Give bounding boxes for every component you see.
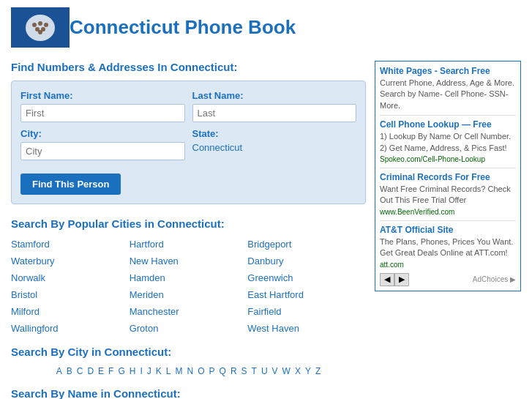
city-link[interactable]: Groton — [130, 321, 248, 335]
city-link[interactable]: East Hartford — [247, 288, 366, 302]
alpha-link-p[interactable]: P — [208, 365, 217, 377]
alpha-link-r[interactable]: R — [229, 365, 239, 377]
alpha-link-j[interactable]: J — [146, 365, 153, 377]
city-link[interactable]: Stamford — [11, 237, 130, 251]
name-search-section: Search By Name in Connecticut: — [11, 387, 366, 399]
alpha-link-m[interactable]: M — [174, 365, 184, 377]
search-form-box: First Name: Last Name: City: State: — [11, 81, 366, 204]
state-link[interactable]: Connecticut — [192, 142, 243, 153]
alpha-link-s[interactable]: S — [240, 365, 249, 377]
city-alpha-title: Search By City in Connecticut: — [11, 346, 366, 358]
popular-cities-title: Search By Popular Cities in Connecticut: — [11, 217, 366, 230]
alpha-link-v[interactable]: V — [271, 365, 280, 377]
ad-title-0[interactable]: White Pages - Search Free — [380, 66, 516, 76]
alpha-link-f[interactable]: F — [107, 365, 115, 377]
alpha-link-y[interactable]: Y — [304, 365, 312, 377]
ad-url-1: Spokeo.com/Cell-Phone-Lookup — [380, 155, 516, 163]
alpha-link-g[interactable]: G — [116, 365, 126, 377]
svg-point-3 — [26, 15, 55, 41]
alpha-link-i[interactable]: I — [138, 365, 143, 377]
city-link[interactable]: Manchester — [130, 305, 248, 318]
alpha-link-k[interactable]: K — [154, 365, 163, 377]
state-label: State: — [192, 128, 357, 139]
city-input[interactable] — [20, 142, 185, 160]
ad-next-button[interactable]: ▶ — [394, 273, 409, 286]
alpha-link-a[interactable]: A — [55, 365, 64, 377]
city-link[interactable]: Bristol — [11, 288, 130, 302]
ad-text-2: Want Free Criminal Records? Check Out Th… — [380, 184, 516, 206]
ad-navigation: ◀▶AdChoices ▶ — [380, 273, 516, 286]
alpha-link-c[interactable]: C — [75, 365, 85, 377]
city-label: City: — [20, 128, 185, 139]
city-link[interactable]: Bridgeport — [247, 237, 366, 251]
city-link[interactable]: Waterbury — [11, 254, 130, 268]
search-section-title: Find Numbers & Addresses In Connecticut: — [11, 61, 366, 73]
ad-title-3[interactable]: AT&T Official Site — [380, 225, 516, 235]
ad-prev-button[interactable]: ◀ — [380, 273, 394, 286]
svg-point-6 — [44, 23, 48, 27]
ad-text-1: 1) Lookup By Name Or Cell Number. 2) Get… — [380, 131, 516, 154]
city-link[interactable]: Hamden — [130, 271, 248, 285]
city-link[interactable]: Greenwich — [247, 271, 366, 285]
alpha-link-e[interactable]: E — [97, 365, 105, 377]
alphabet-row: A B C D E F G H I J K L M N O P Q R S T … — [11, 365, 366, 377]
page-title: Connecticut Phone Book — [70, 16, 296, 39]
alpha-link-w[interactable]: W — [281, 365, 292, 377]
city-link[interactable]: Meriden — [130, 288, 248, 302]
ad-url-3: att.com — [380, 261, 516, 269]
ad-title-2[interactable]: Criminal Records For Free — [380, 172, 516, 182]
ad-text-3: The Plans, Phones, Prices You Want. Get … — [380, 236, 516, 259]
connecticut-flag-icon — [11, 7, 70, 48]
alpha-link-b[interactable]: B — [65, 365, 74, 377]
ad-url-2: www.BeenVerified.com — [380, 208, 516, 216]
cities-grid: StamfordHartfordBridgeportWaterburyNew H… — [11, 237, 366, 335]
svg-point-9 — [38, 30, 42, 34]
first-name-input[interactable] — [20, 104, 185, 122]
alpha-link-n[interactable]: N — [186, 365, 195, 377]
find-person-button[interactable]: Find This Person — [20, 174, 121, 195]
city-link[interactable]: Hartford — [130, 237, 248, 251]
last-name-input[interactable] — [192, 104, 357, 122]
city-link[interactable]: Danbury — [247, 254, 366, 268]
alpha-link-t[interactable]: T — [250, 365, 258, 377]
city-link[interactable]: Norwalk — [11, 271, 130, 285]
alpha-link-d[interactable]: D — [86, 365, 95, 377]
first-name-label: First Name: — [20, 90, 185, 101]
popular-cities-section: Search By Popular Cities in Connecticut:… — [11, 217, 366, 335]
ad-choices-label: AdChoices ▶ — [473, 275, 516, 283]
alpha-link-q[interactable]: Q — [218, 365, 228, 377]
ad-panel: White Pages - Search FreeCurrent Phone, … — [375, 61, 521, 399]
page-header: Connecticut Phone Book — [11, 7, 521, 48]
last-name-label: Last Name: — [192, 90, 357, 101]
city-alpha-section: Search By City in Connecticut: A B C D E… — [11, 346, 366, 377]
ad-title-1[interactable]: Cell Phone Lookup — Free — [380, 119, 516, 130]
ad-text-0: Current Phone, Address, Age & More. Sear… — [380, 78, 516, 111]
city-link[interactable]: Milford — [11, 305, 130, 318]
alpha-link-x[interactable]: X — [293, 365, 302, 377]
alpha-link-z[interactable]: Z — [314, 365, 322, 377]
alpha-link-u[interactable]: U — [260, 365, 269, 377]
svg-point-5 — [38, 21, 42, 26]
city-link[interactable]: Fairfield — [247, 305, 366, 318]
alpha-link-l[interactable]: L — [165, 365, 173, 377]
name-search-title: Search By Name in Connecticut: — [11, 387, 366, 399]
city-link[interactable]: Wallingford — [11, 321, 130, 335]
city-link[interactable]: West Haven — [247, 321, 366, 335]
alpha-link-h[interactable]: H — [128, 365, 138, 377]
alpha-link-o[interactable]: O — [196, 365, 206, 377]
city-link[interactable]: New Haven — [130, 254, 248, 268]
svg-point-4 — [32, 23, 37, 27]
